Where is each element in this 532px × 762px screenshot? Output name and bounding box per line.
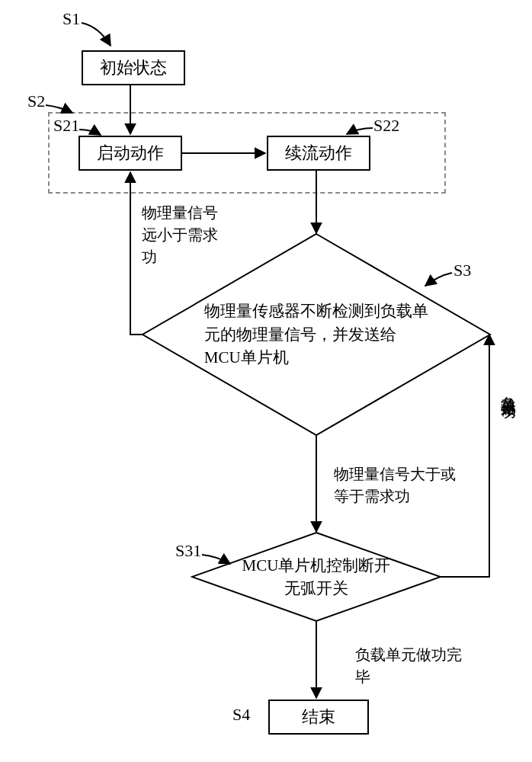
node-mcu-decision-text: MCU单片机控制断开无弧开关 [236, 554, 396, 600]
edge-right-loop: 负载单元做功 [497, 377, 519, 399]
label-s31: S31 [175, 541, 201, 561]
node-sensor-decision-text: 物理量传感器不断检测到负载单元的物理量信号，并发送给MCU单片机 [204, 299, 428, 369]
label-s22: S22 [373, 116, 399, 136]
node-end-text: 结束 [302, 706, 335, 728]
node-start-action: 启动动作 [79, 136, 182, 171]
label-s4: S4 [232, 705, 250, 725]
edge-left-feedback: 物理量信号远小于需求功 [142, 202, 226, 268]
node-mcu-decision: MCU单片机控制断开无弧开关 [191, 531, 442, 623]
label-s1: S1 [62, 9, 80, 29]
label-s2: S2 [27, 91, 45, 111]
label-s3: S3 [453, 261, 471, 280]
node-start-action-text: 启动动作 [97, 142, 164, 165]
label-s21: S21 [53, 116, 79, 136]
node-freewheel-action: 续流动作 [267, 136, 370, 171]
node-end: 结束 [268, 700, 369, 735]
edge-mcu-to-end: 负载单元做功完毕 [355, 644, 462, 688]
node-initial-state-text: 初始状态 [100, 56, 167, 79]
edge-sensor-to-mcu: 物理量信号大于或等于需求功 [334, 463, 456, 507]
node-initial-state: 初始状态 [82, 50, 185, 85]
node-freewheel-action-text: 续流动作 [285, 142, 352, 165]
